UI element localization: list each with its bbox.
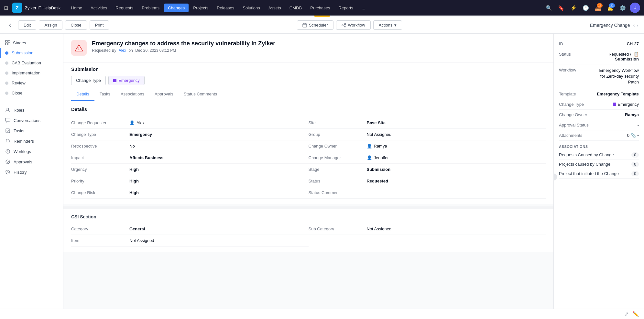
nav-solutions[interactable]: Solutions — [239, 4, 264, 12]
nav-purchases[interactable]: Purchases — [306, 4, 334, 12]
change-type-button[interactable]: Change Type — [71, 76, 106, 85]
svg-rect-4 — [5, 40, 7, 42]
csi-heading: CSI Section — [71, 214, 546, 219]
tab-associations[interactable]: Associations — [115, 88, 149, 101]
stages-label: Stages — [13, 40, 26, 45]
svg-rect-7 — [8, 43, 10, 45]
change-type-row: Change Type Emergency — [71, 76, 546, 88]
nav-assets[interactable]: Assets — [265, 4, 285, 12]
nav-changes[interactable]: Changes — [164, 4, 189, 12]
panel-row-change-type: Change Type Emergency — [559, 99, 639, 110]
panel-toggle-button[interactable]: › — [553, 173, 557, 181]
sidebar-item-worklogs[interactable]: Worklogs — [0, 146, 63, 157]
svg-rect-6 — [5, 43, 7, 45]
inbox-badge: 18 — [597, 3, 603, 8]
nav-projects[interactable]: Projects — [189, 4, 212, 12]
requester-link[interactable]: Alex — [119, 48, 126, 53]
user-icon-owner: 👤 — [367, 144, 372, 148]
attach-dropdown-icon[interactable]: ▾ — [637, 134, 639, 137]
logo-area: Z Zylker IT HelpDesk — [12, 3, 60, 13]
emergency-type-button[interactable]: Emergency — [108, 76, 145, 85]
tabs-bar: Details Tasks Associations Approvals Sta… — [63, 88, 553, 101]
submission-dot — [5, 51, 8, 55]
print-button[interactable]: Print — [90, 20, 109, 30]
sidebar-item-reminders[interactable]: Reminders — [0, 136, 63, 146]
nav-problems[interactable]: Problems — [138, 4, 163, 12]
assoc-count-requests: 0 — [631, 152, 639, 158]
sidebar-item-roles[interactable]: Roles — [0, 105, 63, 115]
app-logo: Z — [12, 3, 22, 13]
bookmark-icon-btn[interactable]: 🔖 — [556, 3, 566, 13]
app-name: Zylker IT HelpDesk — [25, 6, 60, 10]
close-button[interactable]: Close — [65, 20, 87, 30]
detail-row-stage: Stage Submission — [309, 164, 546, 175]
back-button[interactable] — [5, 20, 16, 30]
history-icon-btn[interactable]: 🕐 — [581, 3, 591, 13]
svg-rect-9 — [5, 118, 10, 121]
inbox-icon-btn[interactable]: 📥 18 — [593, 3, 603, 13]
nav-releases[interactable]: Releases — [213, 4, 238, 12]
panel-row-template: Template Emergency Template — [559, 89, 639, 99]
assign-button[interactable]: Assign — [39, 20, 62, 30]
content-area: Emergency changes to address the securit… — [63, 34, 553, 319]
sidebar-item-conversations[interactable]: Conversations — [0, 115, 63, 126]
svg-point-8 — [7, 108, 9, 110]
workflow-button[interactable]: Workflow — [336, 20, 371, 30]
edit-button[interactable]: Edit — [18, 20, 36, 30]
panel-row-approval-status: Approval Status - — [559, 120, 639, 130]
approvals-icon — [5, 159, 10, 164]
scheduler-button[interactable]: Scheduler — [297, 20, 333, 30]
section-heading: Submission — [71, 66, 546, 76]
assoc-count-project-initiated: 0 — [631, 171, 639, 176]
user-avatar[interactable]: U — [630, 3, 640, 13]
nav-reports[interactable]: Reports — [335, 4, 357, 12]
stage-implementation[interactable]: Implementation — [0, 68, 63, 78]
nav-more[interactable]: ... — [358, 4, 369, 12]
emergency-icon — [74, 43, 83, 52]
search-icon-btn[interactable]: 🔍 — [544, 3, 554, 13]
grid-icon[interactable]: ⊞ — [4, 5, 8, 11]
toolbar-right: Scheduler Workflow Actions ▾ — [297, 20, 402, 30]
change-header: Emergency changes to address the securit… — [63, 34, 553, 62]
stage-submission[interactable]: Submission — [0, 48, 63, 58]
next-page-arrow[interactable]: › — [636, 22, 639, 28]
actions-button[interactable]: Actions ▾ — [373, 20, 402, 30]
tab-status-comments[interactable]: Status Comments — [179, 88, 222, 101]
svg-point-2 — [344, 23, 346, 25]
tab-tasks[interactable]: Tasks — [94, 88, 115, 101]
sidebar-item-tasks[interactable]: Tasks — [0, 126, 63, 136]
nav-items: Home Activities Requests Problems Change… — [67, 4, 542, 12]
stage-review[interactable]: Review — [0, 78, 63, 88]
tab-approvals[interactable]: Approvals — [149, 88, 179, 101]
details-left-column: Change Requester 👤 Alex Change Type Emer… — [71, 117, 309, 199]
stage-close[interactable]: Close — [0, 88, 63, 98]
lightning-icon-btn[interactable]: ⚡ — [568, 3, 579, 13]
right-panel: › ID CH-27 Status Requested / 📋 Submissi… — [553, 34, 644, 319]
nav-requests[interactable]: Requests — [112, 4, 137, 12]
csi-right-column: Sub Category Not Assigned — [309, 223, 546, 247]
nav-home[interactable]: Home — [67, 4, 86, 12]
prev-page-arrow[interactable]: ‹ — [633, 22, 636, 28]
notifications-icon-btn[interactable]: 🔔 22 — [605, 3, 616, 13]
notification-badge: 22 — [609, 3, 615, 8]
csi-section: CSI Section Category General Item Not As… — [63, 206, 553, 252]
nav-activities[interactable]: Activities — [87, 4, 111, 12]
detail-row-priority: Priority High — [71, 175, 309, 187]
top-navigation: ⊞ Z Zylker IT HelpDesk Home Activities R… — [0, 0, 644, 16]
zoom-icon[interactable]: ⤢ — [624, 311, 628, 317]
sidebar-item-approvals[interactable]: Approvals — [0, 157, 63, 167]
paperclip-icon[interactable]: 📎 — [631, 133, 636, 138]
details-grid: Change Requester 👤 Alex Change Type Emer… — [71, 117, 546, 199]
stage-cab-evaluation[interactable]: CAB Evaluation — [0, 58, 63, 68]
tab-details[interactable]: Details — [71, 88, 94, 101]
worklogs-icon — [5, 149, 10, 154]
detail-row-impact: Impact Affects Business — [71, 152, 309, 164]
panel-row-status: Status Requested / 📋 Submission — [559, 49, 639, 64]
details-right-column: Site Base Site Group Not Assigned Change… — [309, 117, 546, 199]
sidebar-item-history[interactable]: History — [0, 167, 63, 177]
edit-icon[interactable]: ✏️ — [632, 311, 639, 317]
nav-cmdb[interactable]: CMDB — [286, 4, 306, 12]
bottom-bar: ⤢ ✏️ — [0, 309, 644, 319]
change-title: Emergency changes to address the securit… — [92, 40, 275, 47]
settings-icon-btn[interactable]: ⚙️ — [617, 3, 628, 13]
